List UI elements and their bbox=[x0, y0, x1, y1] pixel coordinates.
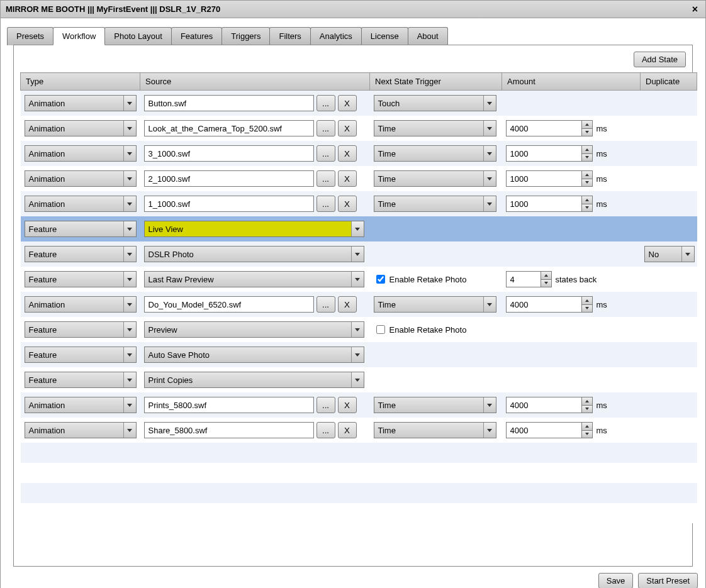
remove-button[interactable]: X bbox=[338, 296, 357, 313]
table-row[interactable]: Feature Auto Save Photo bbox=[21, 342, 697, 367]
type-combo[interactable]: Feature bbox=[25, 221, 137, 237]
source-combo[interactable]: Live View bbox=[144, 221, 364, 237]
trigger-combo[interactable]: Time bbox=[374, 170, 496, 187]
chevron-down-icon[interactable] bbox=[351, 322, 364, 337]
chevron-down-icon[interactable] bbox=[123, 96, 136, 111]
trigger-combo[interactable]: Time bbox=[374, 120, 496, 136]
amount-spinner[interactable] bbox=[506, 196, 593, 212]
col-header-amount[interactable]: Amount bbox=[502, 73, 641, 91]
table-row[interactable]: Animation ... X Time ms bbox=[21, 166, 697, 191]
source-combo[interactable]: DSLR Photo bbox=[144, 246, 364, 262]
table-row[interactable]: Animation ... X Time ms bbox=[21, 292, 697, 317]
table-row[interactable]: Animation ... X Time ms bbox=[21, 418, 697, 443]
table-row[interactable]: Animation ... X Time ms bbox=[21, 141, 697, 166]
tab-analytics[interactable]: Analytics bbox=[310, 27, 362, 45]
browse-button[interactable]: ... bbox=[317, 296, 335, 313]
spin-down-icon[interactable] bbox=[581, 430, 593, 439]
type-combo[interactable]: Animation bbox=[25, 422, 137, 438]
spin-up-icon[interactable] bbox=[581, 145, 593, 153]
amount-spinner[interactable] bbox=[506, 145, 593, 162]
amount-spinner[interactable] bbox=[506, 296, 593, 313]
source-input[interactable] bbox=[144, 296, 314, 313]
browse-button[interactable]: ... bbox=[317, 170, 335, 187]
tab-presets[interactable]: Presets bbox=[7, 27, 53, 45]
source-input[interactable] bbox=[144, 95, 314, 111]
chevron-down-icon[interactable] bbox=[483, 397, 496, 413]
type-combo[interactable]: Animation bbox=[25, 95, 137, 111]
amount-spinner[interactable] bbox=[506, 422, 593, 438]
chevron-down-icon[interactable] bbox=[351, 272, 364, 287]
table-row[interactable]: Animation ... X Time ms bbox=[21, 116, 697, 141]
trigger-combo[interactable]: Time bbox=[374, 296, 496, 313]
amount-spinner[interactable] bbox=[506, 170, 593, 187]
source-input[interactable] bbox=[144, 196, 314, 212]
browse-button[interactable]: ... bbox=[317, 120, 335, 136]
chevron-down-icon[interactable] bbox=[123, 347, 136, 362]
remove-button[interactable]: X bbox=[338, 145, 357, 162]
tab-triggers[interactable]: Triggers bbox=[221, 27, 270, 45]
spin-up-icon[interactable] bbox=[581, 120, 593, 128]
table-row[interactable]: Feature Last Raw Preview Enable Retake P… bbox=[21, 267, 697, 292]
duplicate-combo[interactable]: No bbox=[644, 246, 695, 262]
chevron-down-icon[interactable] bbox=[483, 196, 496, 211]
source-combo[interactable]: Last Raw Preview bbox=[144, 271, 364, 287]
spin-down-icon[interactable] bbox=[581, 179, 593, 187]
spin-down-icon[interactable] bbox=[541, 279, 552, 288]
chevron-down-icon[interactable] bbox=[123, 221, 136, 236]
source-input[interactable] bbox=[144, 422, 314, 438]
enable-retake-checkbox[interactable]: Enable Retake Photo bbox=[374, 273, 467, 286]
browse-button[interactable]: ... bbox=[317, 422, 335, 438]
tab-features[interactable]: Features bbox=[171, 27, 222, 45]
source-combo[interactable]: Preview bbox=[144, 321, 364, 338]
type-combo[interactable]: Feature bbox=[25, 372, 137, 388]
type-combo[interactable]: Feature bbox=[25, 246, 137, 262]
source-input[interactable] bbox=[144, 145, 314, 162]
chevron-down-icon[interactable] bbox=[123, 272, 136, 287]
table-row[interactable]: Animation ... X Touch bbox=[21, 91, 697, 116]
trigger-combo[interactable]: Time bbox=[374, 145, 496, 162]
chevron-down-icon[interactable] bbox=[483, 171, 496, 186]
col-header-duplicate[interactable]: Duplicate bbox=[641, 73, 697, 91]
trigger-combo[interactable]: Time bbox=[374, 196, 496, 212]
spin-down-icon[interactable] bbox=[581, 153, 593, 162]
tab-license[interactable]: License bbox=[361, 27, 408, 45]
type-combo[interactable]: Animation bbox=[25, 296, 137, 313]
chevron-down-icon[interactable] bbox=[123, 121, 136, 136]
table-row[interactable]: Animation ... X Time ms bbox=[21, 392, 697, 418]
col-header-source[interactable]: Source bbox=[140, 73, 370, 91]
tab-photo-layout[interactable]: Photo Layout bbox=[104, 27, 172, 45]
chevron-down-icon[interactable] bbox=[123, 322, 136, 337]
table-row[interactable]: Animation ... X Time ms bbox=[21, 191, 697, 216]
spin-down-icon[interactable] bbox=[581, 405, 593, 414]
chevron-down-icon[interactable] bbox=[123, 397, 136, 413]
amount-spinner[interactable] bbox=[506, 271, 552, 287]
spin-down-icon[interactable] bbox=[581, 204, 593, 213]
chevron-down-icon[interactable] bbox=[123, 171, 136, 186]
add-state-button[interactable]: Add State bbox=[634, 52, 686, 67]
source-input[interactable] bbox=[144, 120, 314, 136]
close-icon[interactable]: × bbox=[690, 4, 700, 15]
col-header-type[interactable]: Type bbox=[21, 73, 140, 91]
remove-button[interactable]: X bbox=[338, 422, 357, 438]
source-input[interactable] bbox=[144, 170, 314, 187]
start-preset-button[interactable]: Start Preset bbox=[638, 573, 698, 588]
table-row[interactable]: Feature DSLR Photo No bbox=[21, 241, 697, 267]
browse-button[interactable]: ... bbox=[317, 145, 335, 162]
remove-button[interactable]: X bbox=[338, 196, 357, 212]
source-input[interactable] bbox=[144, 397, 314, 413]
spin-up-icon[interactable] bbox=[581, 296, 593, 304]
chevron-down-icon[interactable] bbox=[483, 423, 496, 438]
enable-retake-checkbox[interactable]: Enable Retake Photo bbox=[374, 323, 467, 336]
spin-down-icon[interactable] bbox=[581, 304, 593, 313]
col-header-trigger[interactable]: Next State Trigger bbox=[370, 73, 502, 91]
chevron-down-icon[interactable] bbox=[123, 423, 136, 438]
type-combo[interactable]: Animation bbox=[25, 196, 137, 212]
chevron-down-icon[interactable] bbox=[483, 121, 496, 136]
chevron-down-icon[interactable] bbox=[123, 297, 136, 312]
trigger-combo[interactable]: Time bbox=[374, 397, 496, 413]
type-combo[interactable]: Feature bbox=[25, 321, 137, 338]
spin-up-icon[interactable] bbox=[581, 422, 593, 430]
chevron-down-icon[interactable] bbox=[351, 347, 364, 362]
chevron-down-icon[interactable] bbox=[351, 372, 364, 387]
type-combo[interactable]: Animation bbox=[25, 120, 137, 136]
